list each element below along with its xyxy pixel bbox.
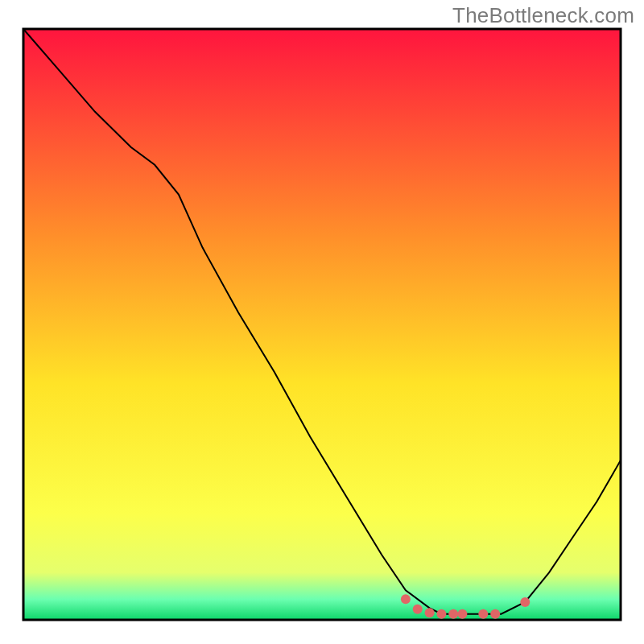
highlight-dot [413,605,423,614]
watermark-text: TheBottleneck.com [452,3,634,28]
highlight-dot [436,609,446,619]
highlight-dot [425,608,435,617]
highlight-dot [520,597,530,607]
chart-container: TheBottleneck.com [0,0,644,644]
highlight-dot [490,609,500,619]
chart-svg [0,0,644,644]
highlight-dot [401,594,411,604]
highlight-dot [448,609,458,619]
highlight-dot [478,609,488,619]
highlight-dot [457,609,467,619]
plot-background [23,29,621,620]
